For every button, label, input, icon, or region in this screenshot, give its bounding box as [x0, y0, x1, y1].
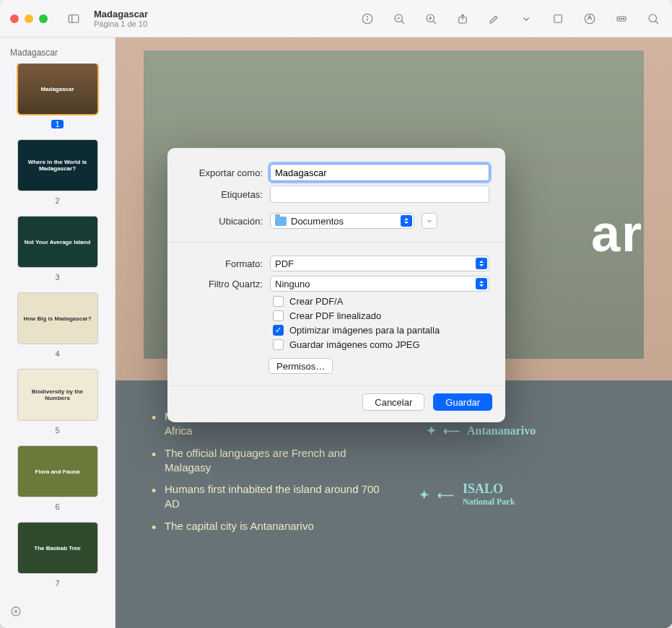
- permissions-button[interactable]: Permisos…: [269, 358, 333, 374]
- info-icon[interactable]: [359, 10, 376, 27]
- svg-line-9: [433, 21, 436, 24]
- page-indicator: Página 1 de 10: [94, 19, 148, 28]
- chevron-down-icon[interactable]: [518, 10, 535, 27]
- divider: [167, 242, 505, 243]
- thumbnail-7[interactable]: The Baobab Tree 7: [7, 523, 108, 589]
- window-controls: [10, 14, 48, 23]
- markup-icon[interactable]: [581, 10, 598, 27]
- checkbox-optimize-images[interactable]: [273, 325, 284, 336]
- document-title-block: Madagascar Página 1 de 10: [94, 9, 148, 28]
- thumbnails-sidebar: Madagascar Madagascar 1 Where in the Wor…: [0, 38, 115, 628]
- format-value: PDF: [275, 258, 294, 269]
- svg-rect-0: [69, 14, 79, 22]
- checkbox-optimize-images-label: Optimizar imágenes para la pantalla: [289, 325, 440, 336]
- folder-icon: [275, 217, 287, 226]
- tags-label: Etiquetas:: [183, 189, 263, 200]
- thumbnail-number: 2: [55, 196, 59, 205]
- thumbnail-number: 6: [55, 502, 59, 511]
- svg-rect-14: [554, 14, 562, 22]
- form-icon[interactable]: [613, 10, 630, 27]
- tags-input[interactable]: [270, 186, 489, 203]
- svg-point-19: [623, 18, 624, 19]
- svg-line-21: [655, 21, 658, 24]
- thumbnail-number: 3: [55, 273, 59, 282]
- format-popup[interactable]: PDF: [270, 256, 489, 271]
- popup-arrows-icon: [401, 215, 412, 227]
- thumbnail-number: 5: [55, 426, 59, 435]
- sidebar-title: Madagascar: [10, 48, 105, 58]
- cancel-button[interactable]: Cancelar: [362, 393, 424, 411]
- save-button[interactable]: Guardar: [433, 393, 492, 411]
- app-window: Madagascar Página 1 de 10 Madagascar Mad…: [0, 0, 672, 628]
- thumbnail-2[interactable]: Where in the World is Madagascar? 2: [7, 140, 108, 206]
- thumbnail-1[interactable]: Madagascar 1: [7, 64, 108, 130]
- toolbar-actions: [359, 10, 662, 27]
- thumbnail-number: 1: [51, 120, 63, 128]
- thumbnail-number: 4: [55, 349, 59, 358]
- thumbnail-number: 7: [55, 579, 59, 588]
- zoom-out-icon[interactable]: [390, 10, 408, 27]
- popup-arrows-icon: [476, 278, 487, 289]
- quartz-filter-value: Ninguno: [275, 279, 310, 289]
- thumbnail-5[interactable]: Biodiversity by the Numbers 5: [7, 370, 108, 436]
- expand-browser-button[interactable]: [422, 213, 437, 229]
- export-as-label: Exportar como:: [183, 167, 263, 178]
- checkbox-save-jpeg-label: Guardar imágenes como JPEG: [289, 339, 420, 350]
- checkbox-save-jpeg[interactable]: [273, 339, 284, 350]
- checkbox-linearized[interactable]: [273, 310, 284, 321]
- svg-point-4: [367, 16, 368, 17]
- export-dialog: Exportar como: Etiquetas: Ubicación: Doc…: [167, 148, 505, 422]
- thumbnails-list: Madagascar 1 Where in the World is Madag…: [7, 64, 108, 602]
- add-page-button[interactable]: [7, 602, 108, 621]
- document-title: Madagascar: [94, 9, 148, 19]
- rotate-icon[interactable]: [549, 10, 567, 27]
- format-label: Formato:: [183, 258, 263, 269]
- highlight-icon[interactable]: [486, 10, 503, 27]
- where-value: Documentos: [291, 216, 344, 227]
- svg-point-18: [621, 18, 622, 19]
- share-icon[interactable]: [454, 10, 471, 27]
- search-icon[interactable]: [645, 10, 662, 27]
- zoom-window-button[interactable]: [39, 14, 48, 23]
- svg-line-6: [401, 21, 404, 24]
- svg-point-20: [649, 14, 657, 22]
- thumbnail-4[interactable]: How Big is Madagascar? 4: [7, 293, 108, 359]
- minimize-window-button[interactable]: [25, 14, 33, 23]
- where-popup[interactable]: Documentos: [270, 213, 414, 229]
- where-label: Ubicación:: [183, 216, 263, 227]
- svg-point-17: [619, 18, 620, 19]
- quartz-filter-label: Filtro Quartz:: [183, 279, 263, 289]
- thumbnail-3[interactable]: Not Your Average Island 3: [7, 217, 108, 283]
- checkbox-pdfa-label: Crear PDF/A: [289, 296, 343, 307]
- titlebar: Madagascar Página 1 de 10: [0, 0, 672, 38]
- sidebar-toggle-icon[interactable]: [65, 10, 82, 27]
- close-window-button[interactable]: [10, 14, 19, 23]
- checkbox-linearized-label: Crear PDF linealizado: [289, 310, 381, 321]
- thumbnail-6[interactable]: Flora and Fauna 6: [7, 446, 108, 513]
- popup-arrows-icon: [476, 258, 487, 269]
- zoom-in-icon[interactable]: [422, 10, 440, 27]
- quartz-filter-popup[interactable]: Ninguno: [270, 276, 489, 292]
- checkbox-pdfa[interactable]: [273, 296, 284, 307]
- export-filename-input[interactable]: [270, 164, 489, 181]
- dialog-footer: Cancelar Guardar: [167, 385, 505, 422]
